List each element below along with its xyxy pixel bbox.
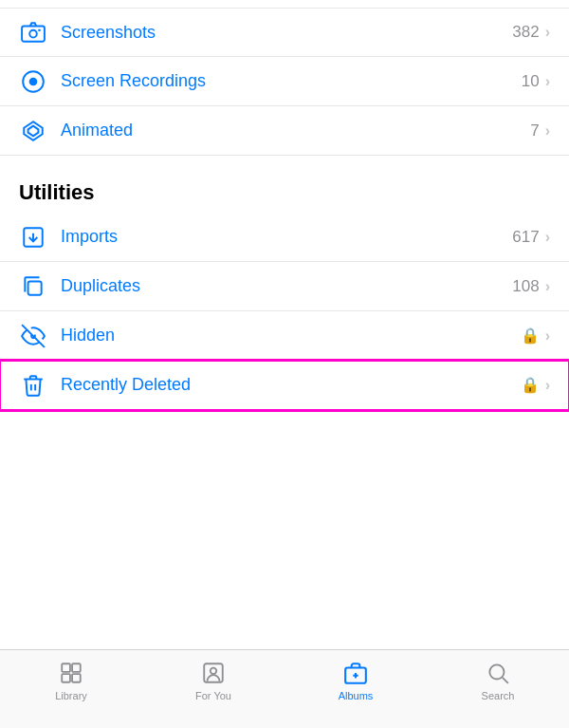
duplicates-label: Duplicates <box>61 276 512 296</box>
for-you-tab-icon <box>200 660 227 686</box>
svg-point-20 <box>489 664 504 679</box>
animated-icon <box>19 117 47 145</box>
svg-point-1 <box>29 30 37 38</box>
chevron-icon: › <box>545 229 550 246</box>
camera-icon <box>19 18 47 47</box>
screen-recordings-label: Screen Recordings <box>61 71 522 91</box>
search-tab-icon <box>485 660 511 686</box>
svg-rect-9 <box>28 281 42 294</box>
animated-count: 7 <box>530 121 539 140</box>
svg-rect-14 <box>72 674 81 682</box>
lock-icon-hidden: 🔒 <box>521 327 540 345</box>
utilities-header: Utilities <box>0 163 569 213</box>
content-area: Screenshots 382 › Screen Recordings 10 › <box>0 0 569 489</box>
chevron-icon: › <box>545 24 550 41</box>
svg-rect-12 <box>72 663 81 672</box>
chevron-icon: › <box>545 278 550 295</box>
top-section: Screenshots 382 › Screen Recordings 10 › <box>0 0 569 156</box>
chevron-icon: › <box>545 327 550 345</box>
svg-marker-6 <box>28 125 39 136</box>
utilities-section: Utilities Imports 617 › Duplic <box>0 156 569 410</box>
list-item-imports[interactable]: Imports 617 › <box>0 213 569 262</box>
screenshots-count: 382 <box>512 23 539 42</box>
svg-line-21 <box>503 678 508 683</box>
search-tab-label: Search <box>482 690 515 701</box>
trash-icon <box>19 371 47 400</box>
albums-tab-label: Albums <box>339 690 374 701</box>
svg-rect-13 <box>62 674 70 682</box>
record-icon <box>19 67 47 96</box>
tab-albums[interactable]: Albums <box>284 660 427 701</box>
list-item-animated[interactable]: Animated 7 › <box>0 106 569 156</box>
svg-rect-2 <box>38 29 40 31</box>
list-item-hidden[interactable]: Hidden 🔒 › <box>0 311 569 361</box>
list-item-duplicates[interactable]: Duplicates 108 › <box>0 262 569 311</box>
list-item-recently-deleted[interactable]: Recently Deleted 🔒 › <box>0 361 569 410</box>
lock-icon-recently-deleted: 🔒 <box>521 376 540 394</box>
list-item-screenshots[interactable]: Screenshots 382 › <box>0 8 569 57</box>
hidden-icon <box>19 322 47 350</box>
library-tab-icon <box>58 660 84 686</box>
hidden-label: Hidden <box>61 326 521 345</box>
imports-count: 617 <box>512 228 539 247</box>
chevron-icon: › <box>545 73 550 90</box>
svg-rect-0 <box>22 27 45 42</box>
svg-rect-11 <box>62 663 70 672</box>
duplicate-icon <box>19 272 47 301</box>
tab-for-you[interactable]: For You <box>142 660 284 701</box>
chevron-icon: › <box>545 122 550 140</box>
tab-bar: Library For You Albums <box>0 649 569 728</box>
for-you-tab-label: For You <box>195 690 231 701</box>
svg-point-16 <box>211 668 217 675</box>
tab-search[interactable]: Search <box>427 660 569 701</box>
svg-marker-5 <box>24 121 43 140</box>
imports-label: Imports <box>61 227 512 247</box>
svg-point-4 <box>29 77 38 85</box>
albums-tab-icon <box>342 660 369 686</box>
duplicates-count: 108 <box>512 277 539 296</box>
tab-library[interactable]: Library <box>0 660 142 701</box>
list-item-screen-recordings[interactable]: Screen Recordings 10 › <box>0 57 569 106</box>
screen-recordings-count: 10 <box>522 72 540 91</box>
library-tab-label: Library <box>55 690 87 701</box>
chevron-icon: › <box>545 377 550 394</box>
screenshots-label: Screenshots <box>61 23 512 43</box>
animated-label: Animated <box>61 121 530 140</box>
import-icon <box>19 223 47 252</box>
recently-deleted-label: Recently Deleted <box>61 375 521 395</box>
